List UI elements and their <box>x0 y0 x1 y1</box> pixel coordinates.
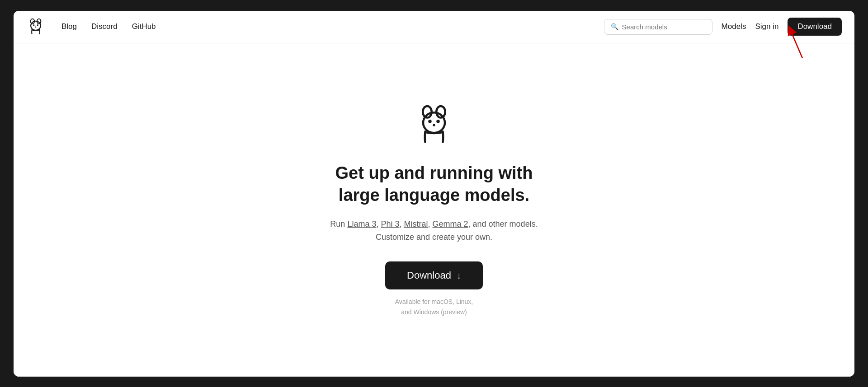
svg-point-12 <box>436 120 440 123</box>
download-main-button[interactable]: Download ↓ <box>385 261 483 289</box>
navbar-links: Blog Discord GitHub <box>61 22 604 31</box>
platform-line2: and Windows (preview) <box>401 308 467 316</box>
browser-frame: Blog Discord GitHub 🔍 Models Sign in Dow… <box>14 11 854 377</box>
navbar: Blog Discord GitHub 🔍 Models Sign in Dow… <box>14 11 854 43</box>
phi3-link[interactable]: Phi 3 <box>381 219 399 228</box>
svg-point-13 <box>433 124 435 126</box>
search-input[interactable] <box>622 23 706 31</box>
signin-link[interactable]: Sign in <box>755 22 778 31</box>
gemma2-link[interactable]: Gemma 2 <box>433 219 468 228</box>
hero-title: Get up and running with large language m… <box>321 162 547 207</box>
navbar-logo[interactable] <box>26 17 45 36</box>
svg-point-5 <box>35 27 37 28</box>
main-content: Get up and running with large language m… <box>14 43 854 377</box>
search-box[interactable]: 🔍 <box>604 19 712 35</box>
svg-point-10 <box>423 112 445 133</box>
ollama-logo-icon <box>26 17 45 36</box>
comma1: , <box>376 219 381 228</box>
hero-subtitle: Run Llama 3, Phi 3, Mistral, Gemma 2, an… <box>326 218 542 244</box>
comma2: , <box>399 219 404 228</box>
platform-line1: Available for macOS, Linux, <box>395 298 473 305</box>
nav-discord-link[interactable]: Discord <box>91 22 118 31</box>
platform-availability-text: Available for macOS, Linux, and Windows … <box>395 297 473 317</box>
svg-point-3 <box>33 24 34 26</box>
navbar-right: 🔍 Models Sign in Download <box>604 18 842 36</box>
download-arrow-icon: ↓ <box>457 270 461 281</box>
download-nav-button[interactable]: Download <box>788 18 842 36</box>
nav-blog-link[interactable]: Blog <box>61 22 77 31</box>
svg-point-4 <box>37 24 38 26</box>
search-icon: 🔍 <box>611 23 618 30</box>
llama3-link[interactable]: Llama 3 <box>347 219 376 228</box>
mistral-link[interactable]: Mistral <box>404 219 428 228</box>
nav-github-link[interactable]: GitHub <box>132 22 156 31</box>
hero-subtitle-prefix: Run <box>330 219 347 228</box>
svg-point-11 <box>428 120 432 123</box>
hero-logo-icon <box>414 103 454 148</box>
comma3: , <box>428 219 433 228</box>
download-main-label: Download <box>407 270 451 281</box>
models-nav-link[interactable]: Models <box>722 22 746 31</box>
svg-point-2 <box>31 21 41 30</box>
